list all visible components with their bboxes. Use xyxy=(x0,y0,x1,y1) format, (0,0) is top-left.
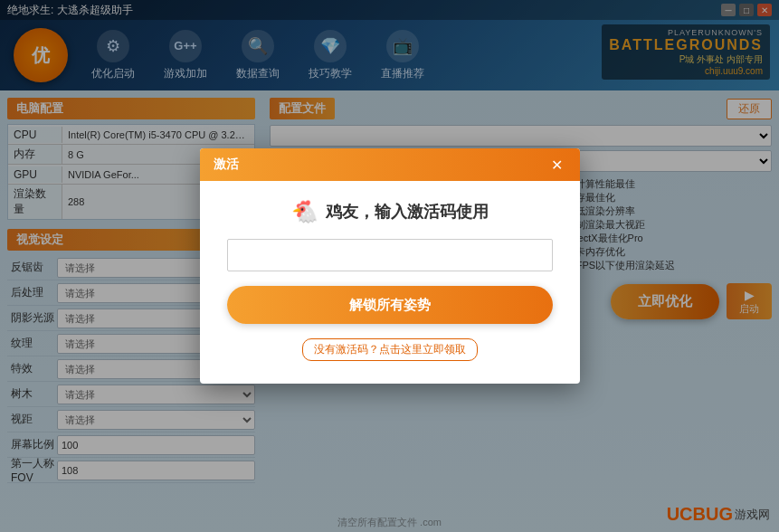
modal-close-button[interactable]: ✕ xyxy=(548,156,566,174)
activation-code-input[interactable] xyxy=(227,239,553,271)
app-window: 绝地求生: 大逃杀超级助手 ─ □ ✕ 优 ⚙ 优化启动 G++ 游戏加加 🔍 xyxy=(0,0,779,532)
unlock-button[interactable]: 解锁所有姿势 xyxy=(227,286,553,324)
modal-overlay: 激活 ✕ 🐔 鸡友，输入激活码使用 解锁所有姿势 没有激活码？点击这里立即领取 xyxy=(0,0,779,532)
modal-greeting: 🐔 鸡友，输入激活码使用 xyxy=(291,199,489,224)
get-code-link[interactable]: 没有激活码？点击这里立即领取 xyxy=(302,338,478,361)
modal-title: 激活 xyxy=(214,157,239,173)
modal-greeting-text: 鸡友，输入激活码使用 xyxy=(326,201,489,223)
modal-dialog: 激活 ✕ 🐔 鸡友，输入激活码使用 解锁所有姿势 没有激活码？点击这里立即领取 xyxy=(200,148,580,384)
modal-body: 🐔 鸡友，输入激活码使用 解锁所有姿势 没有激活码？点击这里立即领取 xyxy=(200,181,580,384)
chicken-icon: 🐔 xyxy=(291,199,318,224)
modal-header: 激活 ✕ xyxy=(200,148,580,181)
